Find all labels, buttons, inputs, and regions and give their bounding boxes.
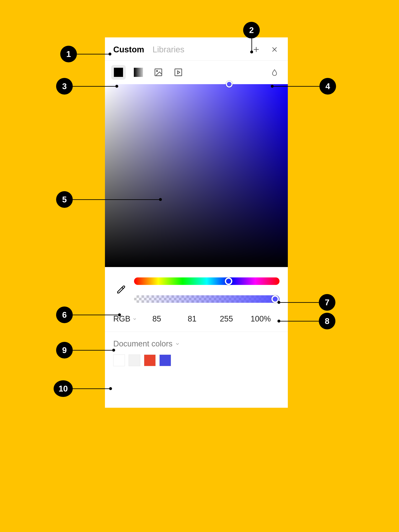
doc-swatch-4[interactable] [159, 355, 171, 366]
document-colors-label: Document colors [113, 339, 172, 348]
eyedropper-icon [115, 285, 126, 295]
fill-type-row [105, 60, 288, 84]
color-values-row: RGB [105, 309, 288, 332]
callout-8: 8 [278, 313, 336, 329]
callout-1: 1 [60, 46, 111, 62]
tabs: Custom Libraries [113, 45, 243, 54]
fill-solid-button[interactable] [111, 65, 126, 80]
doc-swatch-3[interactable] [144, 355, 156, 366]
color-r-input[interactable] [139, 314, 174, 323]
tab-libraries[interactable]: Libraries [152, 45, 184, 54]
callout-badge-8: 8 [319, 313, 336, 329]
callout-badge-2: 2 [243, 22, 260, 38]
callout-badge-3: 3 [56, 78, 73, 95]
callout-badge-5: 5 [56, 191, 73, 208]
eyedropper-button[interactable] [113, 283, 128, 297]
fill-image-button[interactable] [151, 65, 166, 80]
callout-6: 6 [56, 306, 121, 323]
saturation-value-area[interactable] [105, 84, 288, 267]
callout-badge-1: 1 [60, 46, 77, 62]
close-icon [271, 46, 278, 53]
hue-slider[interactable] [134, 278, 279, 285]
fill-video-button[interactable] [171, 65, 186, 80]
hue-handle[interactable] [225, 278, 232, 285]
svg-rect-4 [155, 69, 162, 76]
chevron-down-icon [175, 342, 180, 346]
callout-badge-7: 7 [319, 294, 336, 311]
plus-icon [253, 46, 260, 53]
document-colors-toggle[interactable]: Document colors [113, 339, 279, 348]
panel-header: Custom Libraries [105, 38, 288, 60]
callout-badge-6: 6 [56, 306, 73, 323]
svg-point-5 [157, 70, 158, 72]
droplet-icon [271, 69, 278, 76]
callout-10: 10 [54, 380, 112, 397]
doc-swatch-2[interactable] [129, 355, 140, 366]
callout-3: 3 [56, 78, 118, 95]
callout-9: 9 [56, 342, 115, 359]
callout-badge-4: 4 [319, 78, 336, 95]
color-g-input[interactable] [177, 314, 208, 323]
solid-swatch-icon [114, 68, 123, 77]
callout-7: 7 [278, 294, 336, 311]
sv-handle[interactable] [226, 81, 233, 88]
chevron-down-icon [132, 317, 137, 321]
color-picker-panel: Custom Libraries [105, 38, 288, 408]
tab-custom[interactable]: Custom [113, 45, 144, 54]
color-opacity-input[interactable] [245, 314, 276, 323]
close-button[interactable] [270, 44, 279, 54]
svg-marker-7 [177, 71, 180, 74]
color-b-input[interactable] [210, 314, 243, 323]
sliders-section [105, 267, 288, 309]
callout-2: 2 [243, 22, 260, 38]
callout-badge-10: 10 [54, 380, 73, 397]
slider-column [134, 278, 279, 303]
opacity-slider[interactable] [134, 295, 279, 303]
fill-gradient-button[interactable] [131, 65, 146, 80]
document-swatches [113, 355, 279, 366]
callout-5: 5 [56, 191, 162, 208]
blend-mode-button[interactable] [270, 67, 279, 77]
gradient-swatch-icon [134, 68, 143, 77]
video-icon [174, 68, 183, 77]
svg-rect-6 [175, 69, 182, 76]
callout-badge-9: 9 [56, 342, 73, 359]
add-style-button[interactable] [251, 44, 261, 54]
callout-4: 4 [271, 78, 336, 95]
document-colors-section: Document colors [105, 332, 288, 408]
image-icon [154, 68, 163, 77]
